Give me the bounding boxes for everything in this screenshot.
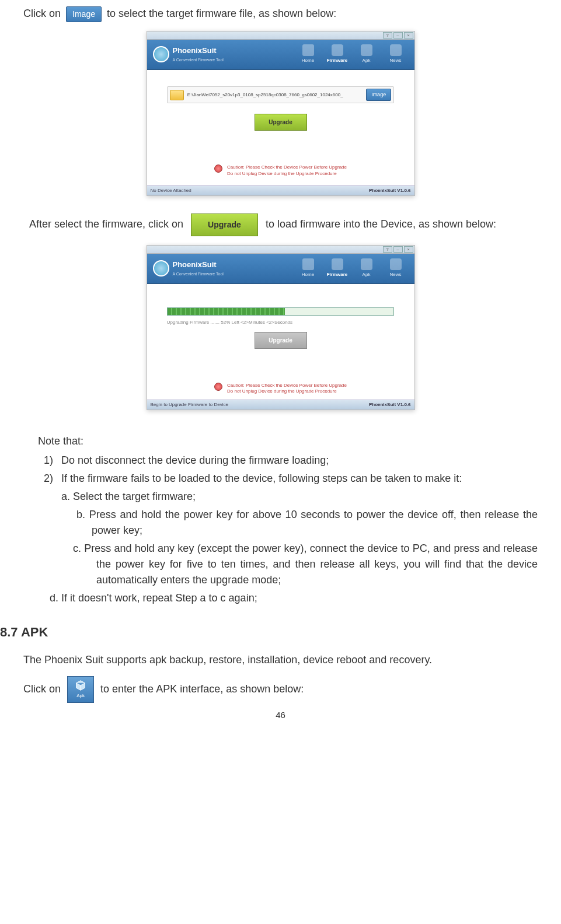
page-number: 46	[0, 709, 561, 722]
text: After select the firmware, click on	[29, 218, 183, 230]
nav-news[interactable]: News	[383, 44, 409, 64]
help-button[interactable]: ?	[383, 32, 392, 38]
status-left: Begin to Upgrade Firmware to Device	[151, 401, 228, 408]
window-titlebar: ? – ×	[147, 32, 414, 40]
close-button[interactable]: ×	[404, 32, 413, 38]
nav-apk[interactable]: Apk	[354, 44, 379, 64]
minimize-button[interactable]: –	[393, 246, 403, 253]
nav-firmware[interactable]: Firmware	[325, 44, 350, 64]
note-2c: c. Press and hold any key (except the po…	[61, 541, 538, 588]
app-title-block: PhoenixSuit A Convenient Firmware Tool	[173, 45, 224, 63]
app-title: PhoenixSuit	[173, 259, 218, 271]
app-subtitle: A Convenient Firmware Tool	[173, 271, 224, 278]
anchor-icon	[332, 258, 343, 270]
warning-icon	[214, 164, 222, 173]
caution-row: Caution: Please Check the Device Power B…	[147, 160, 414, 179]
note-2: 2) If the firmware fails to be loaded to…	[44, 471, 538, 487]
upgrade-button-disabled: Upgrade	[255, 332, 307, 349]
app-body: E:\JianWei7052_s20v1p3_0108_sp2518qc0308…	[147, 69, 414, 186]
status-right: PhoenixSuit V1.0.6	[369, 187, 411, 194]
note-2a: a. Select the target firmware;	[61, 489, 538, 505]
text: to select the target firmware file, as s…	[107, 8, 336, 19]
apk-nav-button-inline[interactable]: Apk	[67, 676, 94, 703]
warning-icon	[214, 383, 222, 391]
app-header: PhoenixSuit A Convenient Firmware Tool H…	[147, 40, 414, 69]
apk-click-line: Click on Apk to enter the APK interface,…	[23, 676, 549, 703]
caution-text: Caution: Please Check the Device Power B…	[227, 383, 347, 395]
text: to enter the APK interface, as shown bel…	[100, 683, 304, 695]
nav-home[interactable]: Home	[295, 258, 321, 278]
upgrade-button[interactable]: Upgrade	[255, 114, 307, 131]
progress-text: Upgrading Firmware ....... 52% Left <2>M…	[167, 319, 394, 326]
app-title-block: PhoenixSuit A Convenient Firmware Tool	[173, 259, 224, 277]
app-header: PhoenixSuit A Convenient Firmware Tool H…	[147, 254, 414, 283]
firmware-path: E:\JianWei7052_s20v1p3_0108_sp2518qc0308…	[187, 92, 363, 99]
close-button[interactable]: ×	[404, 246, 413, 253]
news-icon	[390, 44, 402, 56]
apk-description: The Phoenix Suit supports apk backup, re…	[23, 652, 549, 668]
app-title: PhoenixSuit	[173, 45, 218, 57]
nav-firmware[interactable]: Firmware	[325, 258, 350, 278]
nav-home[interactable]: Home	[295, 44, 321, 64]
note-2d: d. If it doesn't work, repeat Step a to …	[50, 590, 538, 606]
window-titlebar: ? – ×	[147, 246, 414, 254]
news-icon	[390, 258, 402, 270]
notes-section: Note that: 1) Do not disconnect the devi…	[44, 433, 538, 606]
note-2b: b. Press and hold the power key for abov…	[61, 507, 538, 538]
note-1: 1) Do not disconnect the device during t…	[44, 453, 538, 468]
minimize-button[interactable]: –	[393, 32, 403, 38]
app-subtitle: A Convenient Firmware Tool	[173, 57, 224, 64]
notes-heading: Note that:	[38, 433, 538, 449]
folder-icon	[170, 90, 184, 100]
intro-line-2: After select the firmware, click on Upgr…	[29, 214, 549, 236]
help-button[interactable]: ?	[383, 246, 392, 253]
cube-icon	[361, 44, 372, 56]
intro-line-1: Click on Image to select the target firm…	[23, 6, 549, 22]
anchor-icon	[332, 44, 343, 56]
image-button-inline[interactable]: Image	[66, 6, 102, 22]
firmware-file-row: E:\JianWei7052_s20v1p3_0108_sp2518qc0308…	[167, 86, 394, 104]
home-icon	[302, 44, 314, 56]
phoenixsuit-window-2: ? – × PhoenixSuit A Convenient Firmware …	[147, 245, 415, 410]
nav-news[interactable]: News	[383, 258, 409, 278]
cube-icon	[361, 258, 372, 270]
progress-bar	[167, 307, 394, 316]
caution-row: Caution: Please Check the Device Power B…	[147, 378, 414, 397]
home-icon	[302, 258, 314, 270]
section-heading-87: 8.7 APK	[0, 622, 561, 642]
caution-text: Caution: Please Check the Device Power B…	[227, 164, 347, 177]
status-left: No Device Attached	[151, 187, 191, 194]
status-right: PhoenixSuit V1.0.6	[369, 401, 411, 408]
text: to load firmware into the Device, as sho…	[266, 218, 496, 230]
status-bar: No Device Attached PhoenixSuit V1.0.6	[147, 186, 414, 195]
app-body: Upgrading Firmware ....... 52% Left <2>M…	[147, 283, 414, 400]
progress-area: Upgrading Firmware ....... 52% Left <2>M…	[167, 307, 394, 326]
text: Click on	[23, 683, 61, 695]
image-button[interactable]: Image	[366, 89, 391, 102]
text: Click on	[23, 8, 61, 19]
phoenixsuit-window-1: ? – × PhoenixSuit A Convenient Firmware …	[147, 31, 415, 196]
cube-icon	[75, 680, 86, 691]
progress-fill	[168, 308, 285, 315]
nav-apk[interactable]: Apk	[354, 258, 379, 278]
status-bar: Begin to Upgrade Firmware to Device Phoe…	[147, 400, 414, 410]
phoenix-logo-icon	[153, 46, 169, 62]
phoenix-logo-icon	[153, 260, 169, 276]
upgrade-button-inline[interactable]: Upgrade	[191, 214, 258, 236]
